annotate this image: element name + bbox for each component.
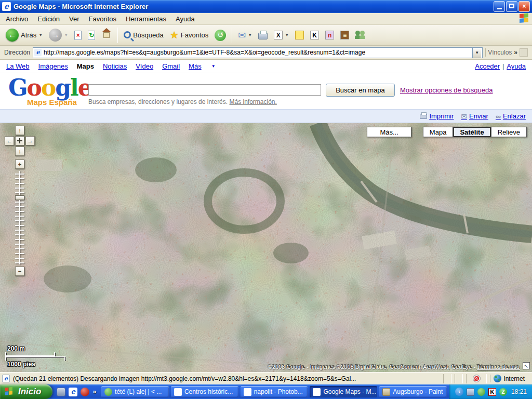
quick-launch-icon-1[interactable] — [57, 388, 65, 396]
search-options-link[interactable]: Mostrar opciones de búsqueda — [400, 86, 493, 94]
google-nav-link[interactable]: Vídeo — [136, 62, 153, 70]
address-label: Dirección — [2, 49, 30, 56]
task-button[interactable]: Augsburgo - Paint — [379, 386, 447, 397]
favorites-button[interactable]: ★ Favoritos — [167, 30, 211, 41]
start-button[interactable]: Inicio — [0, 384, 52, 399]
messenger-tray-icon[interactable] — [477, 388, 485, 396]
send-map-link[interactable]: ✉ Enviar — [461, 112, 488, 120]
map-search-input[interactable] — [88, 84, 321, 96]
print-button[interactable] — [256, 30, 270, 41]
browser-window: e Google Maps - Microsoft Internet Explo… — [0, 0, 532, 399]
quick-launch-icon-3[interactable] — [81, 388, 89, 396]
quick-launch-ie-icon[interactable]: e — [69, 388, 77, 396]
address-field[interactable]: e http://maps.google.es/maps?hl=es&q=aug… — [33, 47, 483, 58]
network-tray-icon[interactable] — [467, 388, 474, 396]
refresh-button[interactable]: ↻ — [85, 30, 98, 41]
help-link[interactable]: Ayuda — [507, 62, 526, 70]
google-nav-link[interactable]: Maps — [77, 62, 94, 70]
close-button[interactable]: × — [518, 1, 530, 12]
research-button[interactable]: ≡ — [338, 30, 352, 41]
more-info-link[interactable]: Más información. — [229, 98, 276, 105]
z-tray-icon[interactable]: Z — [499, 388, 507, 396]
home-button[interactable] — [99, 29, 114, 41]
pan-down-button[interactable]: ↓ — [15, 147, 24, 156]
links-toolbar[interactable]: Vínculos » — [485, 48, 530, 57]
menu-item[interactable]: Favoritos — [84, 14, 121, 24]
zoom-in-button[interactable]: + — [15, 159, 24, 169]
task-button[interactable]: napolit - Photob... — [241, 386, 308, 397]
map-viewport[interactable]: Más... Mapa Satélite Relieve ↑ ← → ↓ + −… — [0, 123, 532, 372]
status-bar: e (Quedan 21 elementos) Descargando imag… — [0, 372, 532, 384]
mas-dropdown-icon[interactable]: ▼ — [211, 64, 216, 69]
signin-link[interactable]: Acceder — [475, 62, 500, 70]
forward-button[interactable]: → ▼ — [46, 28, 71, 43]
menu-item[interactable]: Edición — [33, 14, 64, 24]
google-nav-link[interactable]: Imágenes — [38, 62, 68, 70]
search-button[interactable]: Búsqueda — [121, 30, 166, 40]
google-nav-link[interactable]: Noticias — [103, 62, 127, 70]
pan-right-button[interactable]: → — [25, 136, 35, 145]
snagit-icon[interactable] — [520, 48, 528, 57]
forward-icon: → — [49, 29, 62, 42]
menu-item[interactable]: Ayuda — [171, 14, 200, 24]
messenger-icon — [355, 31, 367, 40]
map-scale: 200 m 1000 pies — [5, 345, 65, 368]
task-button[interactable]: tété (L) alej | < ... — [101, 386, 169, 397]
search-map-button[interactable]: Buscar en mapa — [326, 84, 395, 97]
pan-control: ↑ ← → ↓ — [4, 126, 36, 158]
edit-dropdown-icon[interactable]: ▼ — [285, 33, 289, 37]
hint-text: Busca empresas, direcciones y lugares de… — [88, 98, 229, 105]
kaspersky-tray-icon[interactable]: K — [488, 388, 496, 396]
mail-dropdown-icon[interactable]: ▼ — [248, 33, 252, 37]
print-map-link[interactable]: Imprimir — [420, 112, 454, 120]
menu-item[interactable]: Archivo — [1, 14, 33, 24]
address-url[interactable]: http://maps.google.es/maps?hl=es&q=augsb… — [44, 49, 470, 56]
zoom-slider-track[interactable] — [15, 171, 24, 264]
google-nav-link[interactable]: La Web — [6, 62, 30, 70]
task-button[interactable]: Google Maps - M... — [310, 386, 377, 397]
terrain-view-button[interactable]: Relieve — [491, 127, 527, 137]
ie-toolbar: ← Atrás ▼ → ▼ × ↻ Búsqueda ★ Favoritos ↺… — [0, 25, 532, 46]
kaspersky-icon: K — [310, 31, 319, 39]
internet-zone-icon — [494, 375, 501, 382]
discuss-button[interactable] — [292, 30, 307, 41]
zoom-out-button[interactable]: − — [15, 267, 24, 276]
link-map-link[interactable]: ∞ Enlazar — [496, 112, 526, 120]
search-icon — [124, 31, 131, 38]
restore-button[interactable] — [506, 1, 517, 12]
satellite-imagery[interactable] — [0, 123, 532, 372]
edit-button[interactable]: X ▼ — [271, 30, 291, 41]
minimize-button[interactable] — [494, 1, 505, 12]
google-nav-link[interactable]: Gmail — [162, 62, 180, 70]
translate-button[interactable]: n — [323, 30, 337, 41]
pan-left-button[interactable]: ← — [5, 136, 14, 145]
refresh-icon: ↻ — [88, 31, 95, 40]
report-problem-icon[interactable]: ↖ — [523, 362, 530, 369]
zoom-slider-handle[interactable] — [15, 195, 24, 200]
google-nav-link[interactable]: Más — [189, 62, 202, 70]
terms-link[interactable]: Términos de uso — [477, 364, 520, 370]
tray-collapse-icon[interactable]: ‹ — [455, 388, 463, 396]
forward-dropdown-icon: ▼ — [64, 33, 68, 37]
mail-button[interactable]: ✉ ▼ — [235, 30, 255, 41]
quick-launch-chevron-icon[interactable]: » — [92, 388, 96, 395]
print-mini-icon — [420, 114, 427, 119]
menu-item[interactable]: Ver — [64, 14, 84, 24]
pan-center-button[interactable] — [15, 136, 24, 145]
links-chevron-icon[interactable]: » — [514, 49, 517, 56]
address-dropdown-icon[interactable]: ▼ — [472, 48, 481, 58]
messenger-button[interactable] — [353, 30, 369, 41]
antivirus-button[interactable]: K — [308, 30, 322, 41]
back-dropdown-icon[interactable]: ▼ — [38, 33, 43, 37]
map-view-button[interactable]: Mapa — [423, 127, 454, 137]
title-bar: e Google Maps - Microsoft Internet Explo… — [0, 0, 532, 13]
history-button[interactable]: ↺ — [212, 29, 229, 42]
stop-button[interactable]: × — [72, 30, 84, 41]
satellite-view-button[interactable]: Satélite — [453, 127, 490, 137]
menu-item[interactable]: Herramientas — [121, 14, 171, 24]
pan-up-button[interactable]: ↑ — [15, 126, 24, 135]
task-button[interactable]: Centros históric... — [171, 386, 238, 397]
back-button[interactable]: ← Atrás ▼ — [3, 28, 45, 43]
map-actions-bar: Imprimir ✉ Enviar ∞ Enlazar — [0, 109, 532, 123]
more-views-button[interactable]: Más... — [367, 127, 411, 137]
